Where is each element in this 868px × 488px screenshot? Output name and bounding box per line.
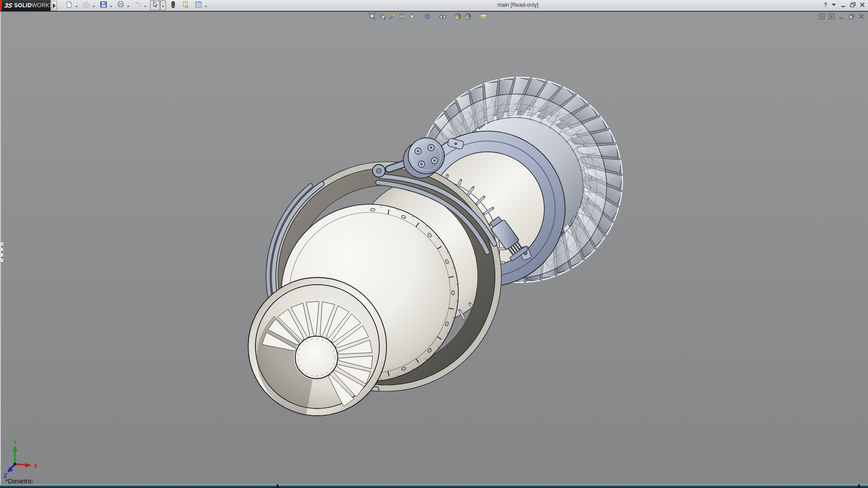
save-icon <box>100 1 107 10</box>
caret-down-icon <box>144 1 147 9</box>
solidworks-logo: 3S SOLIDWORKS <box>0 0 51 11</box>
toolbar-flyout-arrow-icon[interactable] <box>51 1 57 11</box>
view-settings-icon <box>480 13 487 22</box>
fuel-pump-flange <box>373 138 444 178</box>
dassault-3s-icon: 3S <box>4 2 13 9</box>
featuremanager-splitter-handle[interactable] <box>0 242 4 263</box>
help-button[interactable]: ? <box>824 1 827 8</box>
reference-triad: Y X Z <box>4 439 38 479</box>
view-orientation-icon <box>408 13 416 22</box>
view-orientation-label: *Dimetric <box>5 477 33 485</box>
print-icon <box>117 1 124 10</box>
section-view-icon <box>398 13 406 22</box>
select-cursor-button[interactable] <box>150 0 160 10</box>
doc-restore-icon[interactable] <box>849 13 854 21</box>
headsup-view-toolbar <box>367 13 488 22</box>
undo-button[interactable] <box>133 0 143 10</box>
file-properties-icon <box>182 1 189 10</box>
new-document-button[interactable] <box>64 0 74 10</box>
caret-down-icon <box>92 1 95 9</box>
zoom-to-fit-button[interactable] <box>367 13 377 22</box>
collapse-arrow-icon <box>1 245 3 248</box>
zoom-to-selection-icon <box>388 13 396 22</box>
restore-icon[interactable] <box>850 2 856 8</box>
save-dropdown[interactable] <box>108 1 113 10</box>
taskbar-segment[interactable] <box>278 484 858 488</box>
display-style-icon <box>424 13 431 22</box>
select-cursor-icon <box>151 1 159 10</box>
view-orientation-button[interactable] <box>407 13 417 22</box>
edit-appearance-icon <box>454 13 462 22</box>
hide-show-items-button[interactable] <box>438 13 448 22</box>
display-style-button[interactable] <box>422 13 432 22</box>
select-cursor-dropdown[interactable] <box>160 0 166 10</box>
new-document-icon <box>66 1 73 10</box>
jet-engine-model[interactable]: Y X Z <box>0 12 868 488</box>
collapse-arrow-icon <box>1 256 3 259</box>
document-title: main [Read-only] <box>497 2 538 8</box>
doc-close-icon[interactable] <box>859 13 864 21</box>
section-view-button[interactable] <box>397 13 407 22</box>
zoom-to-area-icon <box>378 13 386 22</box>
main-toolbar <box>64 1 211 10</box>
minimize-icon[interactable] <box>840 2 846 8</box>
undo-dropdown[interactable] <box>143 1 148 10</box>
zoom-to-area-button[interactable] <box>377 13 387 22</box>
caret-down-icon <box>127 1 130 9</box>
traffic-light-icon <box>170 1 177 10</box>
triad-y-label: Y <box>13 439 17 446</box>
undo-icon <box>134 1 142 10</box>
view-settings-button[interactable] <box>478 13 488 22</box>
zoom-to-fit-icon <box>368 13 376 22</box>
document-window-controls <box>819 13 864 21</box>
options-icon <box>195 1 202 10</box>
open-folder-button[interactable] <box>81 0 91 10</box>
brand-solid: SOLID <box>14 2 32 9</box>
caret-down-icon <box>109 1 113 9</box>
apply-scene-icon <box>464 13 472 22</box>
brand-works: WORKS <box>32 2 53 9</box>
hide-show-items-icon <box>439 13 447 22</box>
file-properties-button[interactable] <box>181 0 191 10</box>
help-dropdown-icon[interactable] <box>831 2 837 8</box>
doc-next-window-icon[interactable] <box>829 13 835 21</box>
graphics-viewport[interactable]: Y X Z *Dimetric <box>0 12 868 488</box>
taskbar-segment[interactable] <box>860 484 868 488</box>
caret-down-icon <box>204 1 208 9</box>
traffic-light-button[interactable] <box>168 0 178 10</box>
save-button[interactable] <box>99 0 108 10</box>
taskbar-segment[interactable] <box>0 484 277 488</box>
zoom-to-selection-button[interactable] <box>387 13 397 22</box>
caret-down-icon <box>75 1 78 9</box>
options-button[interactable] <box>193 0 203 10</box>
title-bar: 3S SOLIDWORKS main [Read-only] ? <box>0 0 868 12</box>
close-icon[interactable] <box>859 2 865 8</box>
center-hub <box>295 336 338 379</box>
apply-scene-button[interactable] <box>463 13 473 22</box>
doc-minimize-icon[interactable] <box>839 13 844 21</box>
titlebar-controls: ? <box>824 1 865 8</box>
options-dropdown[interactable] <box>203 1 208 10</box>
open-folder-icon <box>83 1 90 10</box>
edit-appearance-button[interactable] <box>453 13 463 22</box>
print-button[interactable] <box>116 0 126 10</box>
collapse-arrow-icon <box>1 251 3 253</box>
taskbar-edge[interactable] <box>0 484 868 488</box>
open-folder-dropdown[interactable] <box>91 1 96 10</box>
caret-down-icon <box>161 1 165 9</box>
new-document-dropdown[interactable] <box>74 1 79 10</box>
doc-prev-window-icon[interactable] <box>819 13 825 21</box>
logo-red-strip <box>0 0 2 11</box>
triad-x-label: X <box>34 463 38 469</box>
print-dropdown[interactable] <box>126 1 131 10</box>
